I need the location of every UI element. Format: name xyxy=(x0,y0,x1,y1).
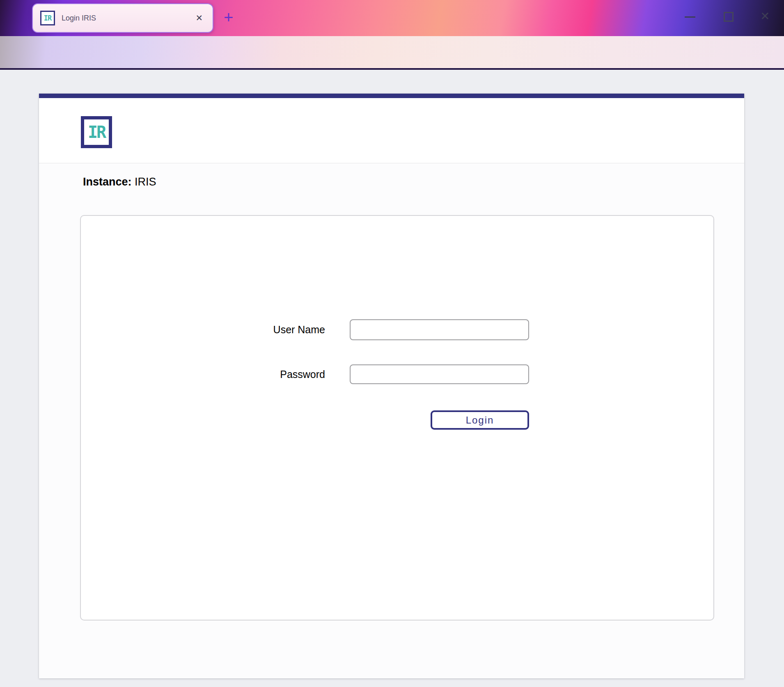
login-button[interactable]: Login xyxy=(431,410,529,430)
browser-tab[interactable]: IR Login IRIS ✕ xyxy=(32,3,213,33)
password-label: Password xyxy=(235,364,325,384)
page-background: IR Instance: IRIS User Name Password Log… xyxy=(0,70,784,687)
tab-favicon-icon: IR xyxy=(40,11,55,25)
window-minimize-button[interactable] xyxy=(685,16,695,18)
instance-label: Instance: xyxy=(83,176,132,188)
browser-titlebar: IR Login IRIS ✕ + ✕ xyxy=(0,0,784,36)
username-input[interactable] xyxy=(350,319,529,340)
page-header: IR xyxy=(39,98,744,163)
new-tab-button[interactable]: + xyxy=(224,7,233,28)
window-close-button[interactable]: ✕ xyxy=(760,9,770,24)
instance-value: IRIS xyxy=(132,176,156,188)
password-input[interactable] xyxy=(350,364,529,384)
tab-title: Login IRIS xyxy=(62,14,193,23)
window-maximize-button[interactable] xyxy=(724,12,734,22)
iris-logo: IR xyxy=(81,116,112,148)
instance-line: Instance: IRIS xyxy=(83,176,156,188)
content-card: IR Instance: IRIS User Name Password Log… xyxy=(39,94,744,678)
top-accent-bar xyxy=(39,94,744,98)
browser-toolbar: ← → ↻ localhost:52773/csp/sys/%25CSP.Por… xyxy=(0,36,784,68)
tab-close-icon[interactable]: ✕ xyxy=(193,12,205,24)
login-form-panel: User Name Password Login xyxy=(80,215,714,621)
username-label: User Name xyxy=(235,319,325,340)
